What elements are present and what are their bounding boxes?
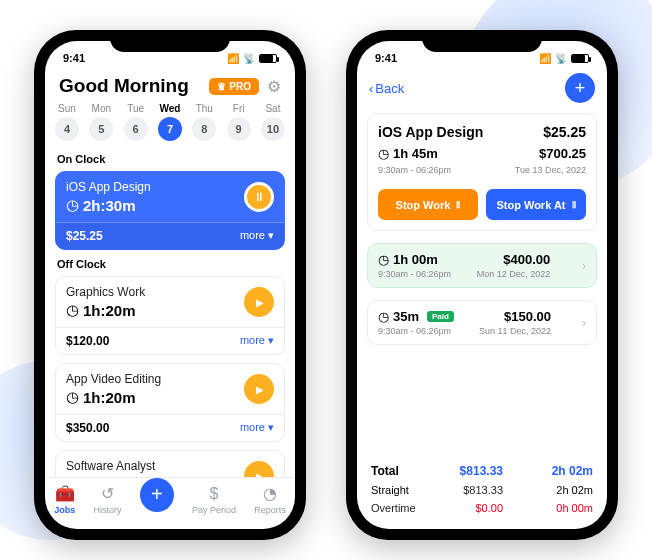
clock-icon bbox=[378, 309, 389, 324]
job-card[interactable]: Software Analyst 1h:20m bbox=[55, 450, 285, 477]
play-button[interactable] bbox=[244, 287, 274, 317]
job-card[interactable]: Graphics Work 1h:20m $120.00 more ▾ bbox=[55, 276, 285, 355]
dollar-icon: $ bbox=[210, 485, 219, 503]
current-amount: $700.25 bbox=[539, 146, 586, 161]
job-card[interactable]: App Video Editing 1h:20m $350.00 more ▾ bbox=[55, 363, 285, 442]
day-tue[interactable]: Tue6 bbox=[124, 103, 148, 141]
chevron-right-icon: › bbox=[582, 259, 586, 273]
stop-work-at-button[interactable]: Stop Work At bbox=[486, 189, 586, 220]
job-title: iOS App Design bbox=[378, 124, 483, 140]
week-strip: Sun4 Mon5 Tue6 Wed7 Thu8 Fri9 Sat10 bbox=[45, 101, 295, 149]
day-thu[interactable]: Thu8 bbox=[192, 103, 216, 141]
signal-icon bbox=[539, 52, 551, 64]
job-detail-card: iOS App Design $25.25 1h 45m $700.25 9:3… bbox=[367, 113, 597, 231]
briefcase-icon: 🧰 bbox=[55, 484, 75, 503]
stop-work-button[interactable]: Stop Work bbox=[378, 189, 478, 220]
time-entry[interactable]: 35mPaid 9:30am - 06:26pm $150.00 Sun 11 … bbox=[367, 300, 597, 345]
battery-icon bbox=[571, 54, 589, 63]
day-mon[interactable]: Mon5 bbox=[89, 103, 113, 141]
time-entry[interactable]: 1h 00m 9:30am - 06:26pm $400.00 Mon 12 D… bbox=[367, 243, 597, 288]
on-clock-label: On Clock bbox=[57, 153, 283, 165]
off-clock-label: Off Clock bbox=[57, 258, 283, 270]
pause-icon bbox=[572, 198, 576, 211]
clock-icon bbox=[66, 388, 79, 406]
day-fri[interactable]: Fri9 bbox=[227, 103, 251, 141]
pause-icon bbox=[456, 198, 460, 211]
pause-button[interactable] bbox=[244, 182, 274, 212]
greeting-title: Good Morning bbox=[59, 75, 189, 97]
clock-icon bbox=[378, 252, 389, 267]
wifi-icon bbox=[555, 52, 567, 64]
clock-icon bbox=[66, 196, 79, 214]
add-button[interactable]: + bbox=[565, 73, 595, 103]
day-sun[interactable]: Sun4 bbox=[55, 103, 79, 141]
status-time: 9:41 bbox=[63, 52, 85, 64]
paid-badge: Paid bbox=[427, 311, 454, 322]
active-job-title: iOS App Design bbox=[66, 180, 151, 194]
job-rate: $25.25 bbox=[543, 124, 586, 140]
day-sat[interactable]: Sat10 bbox=[261, 103, 285, 141]
tab-jobs[interactable]: 🧰Jobs bbox=[54, 484, 75, 515]
day-wed[interactable]: Wed7 bbox=[158, 103, 182, 141]
back-button[interactable]: ‹ Back bbox=[369, 81, 404, 96]
chevron-right-icon: › bbox=[582, 316, 586, 330]
tab-history[interactable]: ↺History bbox=[93, 484, 121, 515]
summary: Total $813.33 2h 02m Straight $813.33 2h… bbox=[367, 451, 597, 517]
tab-pay[interactable]: $Pay Period bbox=[192, 485, 236, 515]
active-job-card[interactable]: iOS App Design 2h:30m $25.25 more ▾ bbox=[55, 171, 285, 250]
clock-icon bbox=[66, 301, 79, 319]
clock-icon bbox=[378, 146, 389, 161]
chart-icon: ◔ bbox=[263, 484, 277, 503]
signal-icon bbox=[227, 52, 239, 64]
phone-right: 9:41 ‹ Back + iOS App Design $25.25 1h 4… bbox=[346, 30, 618, 540]
phone-left: 9:41 Good Morning ♛ PRO ⚙ Sun4 Mon5 Tue6… bbox=[34, 30, 306, 540]
play-button[interactable] bbox=[244, 374, 274, 404]
pro-badge[interactable]: ♛ PRO bbox=[209, 78, 259, 95]
play-button[interactable] bbox=[244, 461, 274, 477]
tab-reports[interactable]: ◔Reports bbox=[254, 484, 286, 515]
active-more[interactable]: more ▾ bbox=[240, 229, 274, 243]
status-time: 9:41 bbox=[375, 52, 397, 64]
tab-bar: 🧰Jobs ↺History + $Pay Period ◔Reports bbox=[45, 477, 295, 529]
active-amount: $25.25 bbox=[66, 229, 103, 243]
battery-icon bbox=[259, 54, 277, 63]
wifi-icon bbox=[243, 52, 255, 64]
add-fab[interactable]: + bbox=[140, 478, 174, 512]
gear-icon[interactable]: ⚙ bbox=[267, 77, 281, 96]
history-icon: ↺ bbox=[101, 484, 114, 503]
